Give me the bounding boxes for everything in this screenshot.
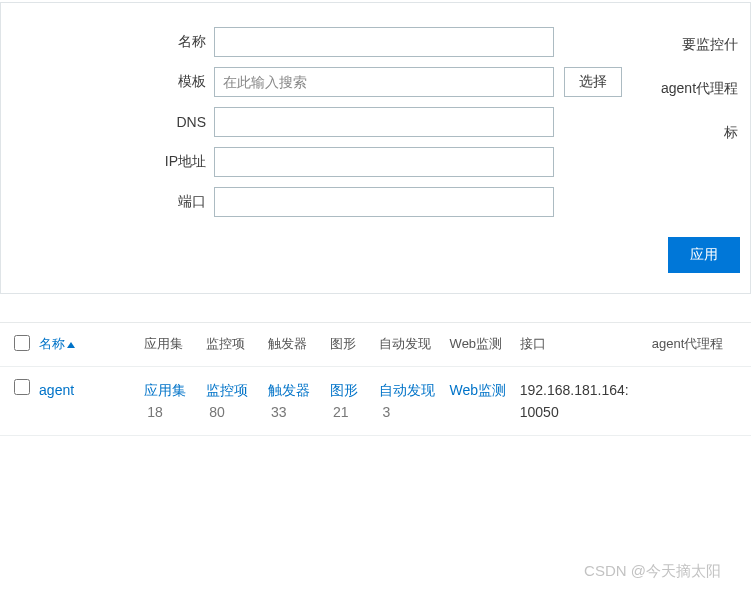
trig-link[interactable]: 触发器 (268, 382, 310, 398)
port-input[interactable] (214, 187, 554, 217)
host-name-link[interactable]: agent (39, 382, 74, 398)
col-header-mon: 监控项 (202, 323, 264, 367)
mon-link[interactable]: 监控项 (206, 382, 248, 398)
col-header-graph: 图形 (326, 323, 376, 367)
name-label: 名称 (1, 33, 214, 51)
dns-label: DNS (1, 114, 214, 130)
col-header-web: Web监测 (446, 323, 516, 367)
filter-right-column: 要监控什 agent代理程 标 (661, 27, 738, 159)
filter-panel: 名称 模板 选择 DNS IP地址 端口 要监控什 agent代理程 标 应用 (0, 2, 751, 294)
right-label-3: 标 (661, 115, 738, 159)
apply-button[interactable]: 应用 (668, 237, 740, 273)
graph-link[interactable]: 图形 (330, 382, 358, 398)
apply-bar: 应用 (1, 227, 750, 273)
hosts-table: 名称 应用集 监控项 触发器 图形 自动发现 Web监测 接口 agent代理程… (0, 322, 751, 436)
name-input[interactable] (214, 27, 554, 57)
filter-left-column: 名称 模板 选择 DNS IP地址 端口 (1, 27, 622, 227)
interface-value: 192.168.181.164: 10050 (516, 367, 648, 436)
sort-asc-icon (67, 342, 75, 348)
template-input[interactable] (214, 67, 554, 97)
col-header-proxy: agent代理程 (648, 323, 751, 367)
ip-label: IP地址 (1, 153, 214, 171)
right-label-2: agent代理程 (661, 71, 738, 115)
row-checkbox[interactable] (14, 379, 30, 395)
graph-count: 21 (333, 404, 349, 420)
trig-count: 33 (271, 404, 287, 420)
template-label: 模板 (1, 73, 214, 91)
select-all-checkbox[interactable] (14, 335, 30, 351)
col-header-name[interactable]: 名称 (35, 323, 140, 367)
web-link[interactable]: Web监测 (450, 382, 507, 398)
dns-input[interactable] (214, 107, 554, 137)
col-header-if: 接口 (516, 323, 648, 367)
table-header-row: 名称 应用集 监控项 触发器 图形 自动发现 Web监测 接口 agent代理程 (0, 323, 751, 367)
app-count: 18 (147, 404, 163, 420)
table-row: agent 应用集18 监控项80 触发器33 图形21 自动发现3 Web监测… (0, 367, 751, 436)
right-label-1: 要监控什 (661, 27, 738, 71)
select-button[interactable]: 选择 (564, 67, 622, 97)
port-label: 端口 (1, 193, 214, 211)
app-link[interactable]: 应用集 (144, 382, 186, 398)
col-header-app: 应用集 (140, 323, 202, 367)
ip-input[interactable] (214, 147, 554, 177)
disc-link[interactable]: 自动发现 (379, 382, 435, 398)
disc-count: 3 (382, 404, 390, 420)
col-header-disc: 自动发现 (375, 323, 445, 367)
mon-count: 80 (209, 404, 225, 420)
col-header-trig: 触发器 (264, 323, 326, 367)
